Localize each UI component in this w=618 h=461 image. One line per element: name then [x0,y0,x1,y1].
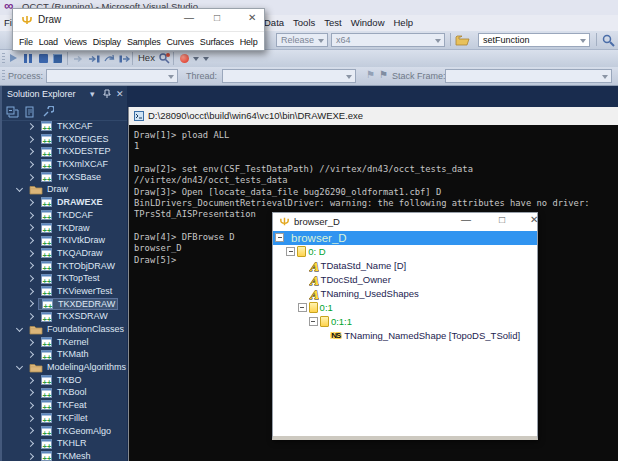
chevron-collapsed-icon[interactable] [27,351,34,358]
chevron-collapsed-icon[interactable] [27,212,34,219]
solution-tree-item[interactable]: ++TKXSDRAW [2,310,127,323]
solution-tree-item[interactable]: ++TKernel [2,336,127,349]
chevron-collapsed-icon[interactable] [27,415,34,422]
stack-frame-combo[interactable] [445,69,612,83]
solution-tree-item[interactable]: ++TKIVtkDraw [2,234,127,247]
flag-icon[interactable]: ⚑ [366,69,375,81]
properties-icon[interactable] [42,106,54,118]
browser-tree-item[interactable]: ATNaming_UsedShapes [273,287,537,301]
step-out-icon[interactable] [119,55,131,63]
chevron-collapsed-icon[interactable] [27,262,34,269]
chevron-collapsed-icon[interactable] [27,338,34,345]
chevron-collapsed-icon[interactable] [27,288,34,295]
step-over-icon[interactable] [104,55,116,63]
continue-button-icon[interactable] [10,54,17,62]
browser-tree-item[interactable]: 0: D [273,245,537,259]
vs-menu-item[interactable]: Tools [290,15,318,31]
vs-menu-item[interactable]: Test [321,15,344,31]
function-combo[interactable]: setFunction [478,33,590,47]
solution-tree-item[interactable]: ++TKXDEIGES [2,133,127,146]
chevron-collapsed-icon[interactable] [27,199,34,206]
browser-tree-item[interactable]: 0:1 [273,300,537,314]
browser-tree-item[interactable]: ATDataStd_Name [D] [273,259,537,273]
draw-titlebar[interactable]: Draw — □ ✕ [13,9,264,31]
browser-tree-item[interactable]: browser_D [273,231,537,245]
tree-toggle-minus-icon[interactable] [275,233,284,242]
chevron-collapsed-icon[interactable] [27,174,34,181]
toolbar-overflow-icon[interactable] [203,57,209,61]
browser-tree-item[interactable]: NSTNaming_NamedShape [TopoDS_TSolid] [273,328,537,342]
browser-tree-item[interactable]: ATDocStd_Owner [273,273,537,287]
solution-tree-item[interactable]: ++TKBool [2,386,127,399]
close-icon[interactable]: ✕ [248,12,256,23]
step-into-icon[interactable] [88,55,100,63]
break-all-button-icon[interactable] [24,54,32,63]
chevron-collapsed-icon[interactable] [27,161,34,168]
chevron-collapsed-icon[interactable] [27,402,34,409]
solution-tree-item[interactable]: ++TKTopTest [2,272,127,285]
chevron-collapsed-icon[interactable] [27,389,34,396]
hex-toggle[interactable]: Hex [138,52,155,63]
chevron-collapsed-icon[interactable] [27,148,34,155]
close-icon[interactable]: ✕ [530,214,538,225]
chevron-collapsed-icon[interactable] [27,427,34,434]
chevron-expanded-icon[interactable] [16,185,23,192]
solution-tree-item[interactable]: ++TKXDESTEP [2,145,127,158]
solution-tree-item[interactable]: ++TKQADraw [2,247,127,260]
process-combo[interactable] [46,69,178,83]
solution-tree-item[interactable]: FoundationClasses [2,323,127,336]
find-symbol-icon[interactable] [601,34,615,47]
chevron-collapsed-icon[interactable] [27,123,34,130]
draw-menu-item[interactable]: Surfaces [197,32,237,51]
platform-combo[interactable]: x64 [331,33,445,47]
chevron-collapsed-icon[interactable] [27,313,34,320]
browser-titlebar[interactable]: browser_D — □ ✕ [273,213,537,230]
maximize-icon[interactable]: □ [214,12,220,23]
solution-tree-item[interactable]: ++TKXmlXCAF [2,158,127,171]
sync-with-active-document-icon[interactable] [24,106,36,118]
open-folder-icon[interactable] [455,34,470,46]
solution-tree-item[interactable]: ++TKXSBase [2,171,127,184]
solution-tree-item[interactable]: ++TKBO [2,374,127,387]
solution-tree-item[interactable]: ++DRAWEXE [2,196,127,209]
solution-tree-item[interactable]: ++TKDraw [2,222,127,235]
console-titlebar[interactable]: D:\28090\occt\build\win64\vc10\bin\DRAWE… [129,107,618,125]
chevron-expanded-icon[interactable] [16,363,23,370]
vs-menu-item[interactable]: Window [348,15,388,31]
configuration-combo[interactable]: Release [276,33,328,47]
tree-toggle-minus-icon[interactable] [286,247,295,256]
solution-tree-item[interactable]: ModelingAlgorithms [2,361,127,374]
thread-combo[interactable] [222,69,356,83]
maximize-icon[interactable]: □ [499,214,505,225]
solution-tree-item[interactable]: ++TKDCAF [2,209,127,222]
breakpoint-icon[interactable] [180,54,189,63]
solution-tree-item[interactable]: Draw [2,183,127,196]
vs-menu-item[interactable]: Help [391,15,417,31]
draw-menu-item[interactable]: Load [36,32,61,51]
draw-menu-item[interactable]: Display [90,32,124,51]
chevron-collapsed-icon[interactable] [27,250,34,257]
chevron-collapsed-icon[interactable] [27,224,34,231]
chevron-collapsed-icon[interactable] [27,453,34,460]
chevron-collapsed-icon[interactable] [27,440,34,447]
chevron-expanded-icon[interactable] [16,325,23,332]
tree-toggle-minus-icon[interactable] [298,303,307,312]
chevron-collapsed-icon[interactable] [27,275,34,282]
solution-tree-item[interactable]: ++TKTObjDRAW [2,260,127,273]
chevron-collapsed-icon[interactable] [27,300,34,307]
close-icon[interactable]: ✕ [116,89,124,99]
collapse-all-icon[interactable] [6,106,19,118]
chevron-collapsed-icon[interactable] [27,135,34,142]
tree-toggle-minus-icon[interactable] [309,317,318,326]
solution-tree-item[interactable]: ++TKFeat [2,399,127,412]
draw-menu-item[interactable]: File [16,32,36,51]
draw-menu-item[interactable]: Help [237,32,261,51]
solution-tree-item[interactable]: ++TKViewerTest [2,285,127,298]
thread-marker-icon[interactable] [158,52,171,64]
solution-tree-item[interactable]: ++TKFillet [2,412,127,425]
window-position-icon[interactable]: ▾ [90,89,95,99]
show-next-statement-icon[interactable] [73,55,84,63]
draw-menu-item[interactable]: Samples [124,32,164,51]
minimize-icon[interactable]: — [184,12,194,23]
breakpoint-dropdown-icon[interactable] [193,57,199,61]
